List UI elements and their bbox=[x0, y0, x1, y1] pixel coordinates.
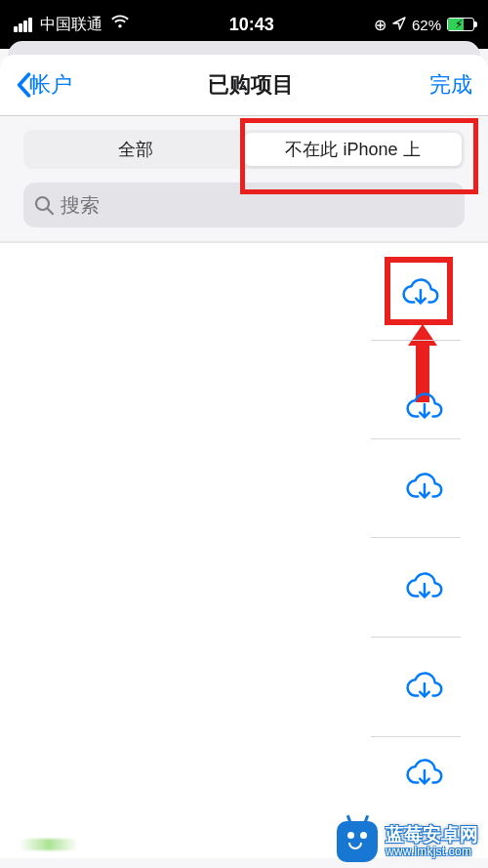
download-button[interactable] bbox=[400, 275, 439, 312]
segmented-control: 全部 不在此 iPhone 上 bbox=[23, 130, 465, 169]
purchased-row bbox=[0, 438, 488, 538]
watermark-logo-icon bbox=[337, 821, 378, 862]
status-left: 中国联通 bbox=[14, 15, 130, 35]
download-button[interactable] bbox=[404, 390, 443, 427]
navigation-bar: 帐户 已购项目 完成 bbox=[0, 55, 488, 115]
partial-content-indicator bbox=[20, 839, 78, 850]
cloud-download-icon bbox=[404, 756, 443, 789]
download-button[interactable] bbox=[404, 569, 443, 606]
row-divider bbox=[371, 340, 461, 341]
wifi-icon bbox=[110, 15, 130, 34]
svg-line-1 bbox=[48, 209, 53, 214]
purchased-row bbox=[0, 253, 488, 341]
segment-all[interactable]: 全部 bbox=[26, 133, 244, 166]
purchased-row bbox=[0, 538, 488, 638]
download-button[interactable] bbox=[404, 470, 443, 507]
cloud-download-icon bbox=[404, 390, 443, 423]
search-wrapper bbox=[0, 183, 488, 241]
download-button[interactable] bbox=[404, 756, 443, 793]
purchased-row bbox=[0, 638, 488, 737]
modal-sheet: 帐户 已购项目 完成 全部 不在此 iPhone 上 bbox=[0, 55, 488, 868]
purchased-row bbox=[0, 737, 488, 806]
cloud-download-icon bbox=[404, 470, 443, 503]
cloud-download-icon bbox=[404, 569, 443, 602]
carrier-label: 中国联通 bbox=[40, 15, 102, 35]
download-button[interactable] bbox=[404, 669, 443, 706]
back-label: 帐户 bbox=[29, 70, 72, 100]
watermark: 蓝莓安卓网 www.lmkjst.com bbox=[337, 821, 478, 862]
orientation-lock-icon: ⊕ bbox=[374, 16, 386, 34]
svg-point-0 bbox=[36, 197, 49, 210]
battery-icon: ⚡︎ bbox=[447, 18, 474, 31]
cloud-download-icon bbox=[404, 669, 443, 702]
segment-not-on-device[interactable]: 不在此 iPhone 上 bbox=[244, 133, 462, 166]
status-right: ⊕ 62% ⚡︎ bbox=[374, 16, 474, 34]
battery-percent: 62% bbox=[412, 17, 441, 33]
purchased-list bbox=[0, 243, 488, 858]
segmented-wrapper: 全部 不在此 iPhone 上 bbox=[0, 116, 488, 183]
watermark-text: 蓝莓安卓网 www.lmkjst.com bbox=[386, 825, 478, 858]
back-button[interactable]: 帐户 bbox=[16, 70, 72, 100]
cloud-download-icon bbox=[400, 275, 439, 309]
signal-bars-icon bbox=[14, 18, 32, 32]
search-icon bbox=[33, 194, 55, 216]
content-area: 全部 不在此 iPhone 上 bbox=[0, 116, 488, 868]
page-title: 已购项目 bbox=[208, 70, 294, 100]
search-input[interactable] bbox=[61, 194, 455, 217]
search-field[interactable] bbox=[23, 183, 465, 227]
done-button[interactable]: 完成 bbox=[429, 70, 472, 100]
status-time: 10:43 bbox=[229, 15, 274, 35]
location-icon bbox=[392, 17, 406, 33]
watermark-url: www.lmkjst.com bbox=[386, 846, 478, 858]
watermark-title: 蓝莓安卓网 bbox=[386, 825, 478, 846]
